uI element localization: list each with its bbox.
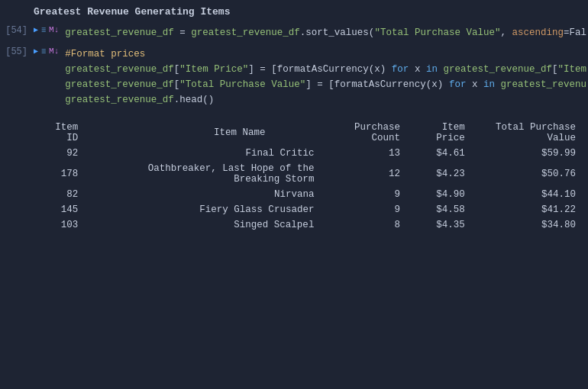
code-line-55-4: greatest_revenue_df.head() (65, 92, 586, 108)
output-area: Item ID Item Name Purchase Count Item Pr… (34, 117, 588, 236)
col-header-item-name: Item Name (108, 120, 326, 146)
cell-item-name: Final Critic (108, 146, 326, 161)
cell-55: [55] ▶ ≣ M↓ #Format prices greatest_reve… (0, 43, 588, 111)
list-icon-55: ≣ (41, 47, 46, 56)
table-row: 103Singed Scalpel8$4.35$34.80 (40, 217, 582, 233)
cell-item-price: $4.58 (412, 202, 477, 217)
cell-purchase-count: 9 (326, 187, 412, 202)
mu-icon-55: M↓ (49, 47, 59, 56)
results-table: Item ID Item Name Purchase Count Item Pr… (40, 120, 582, 233)
cell-number-54: [54] (0, 24, 34, 36)
cell-controls-54[interactable]: ▶ ≣ M↓ (34, 24, 59, 34)
cell-item-id: 145 (40, 202, 108, 217)
cell-item-price: $4.61 (412, 146, 477, 161)
notebook: Greatest Revenue Generating Items [54] ▶… (0, 0, 588, 389)
cell-item-name: Fiery Glass Crusader (108, 202, 326, 217)
run-button-55[interactable]: ▶ (34, 47, 38, 56)
cell-number-55: [55] (0, 45, 34, 57)
cell-purchase-count: 13 (326, 146, 412, 161)
cell-purchase-count: 9 (326, 202, 412, 217)
cell-item-id: 103 (40, 217, 108, 233)
cell-item-price: $4.90 (412, 187, 477, 202)
col-header-purchase-count: Purchase Count (326, 120, 412, 146)
code-line-55-3: greatest_revenue_df["Total Purchase Valu… (65, 77, 586, 92)
page-title: Greatest Revenue Generating Items (0, 0, 588, 22)
cell-54: [54] ▶ ≣ M↓ greatest_revenue_df = greate… (0, 22, 588, 43)
list-icon-54: ≣ (41, 25, 46, 34)
cell-purchase-count: 12 (326, 161, 412, 187)
cell-item-id: 82 (40, 187, 108, 202)
table-row: 178Oathbreaker, Last Hope of the Breakin… (40, 161, 582, 187)
table-container: Item ID Item Name Purchase Count Item Pr… (34, 117, 588, 236)
col-header-item-id: Item ID (40, 120, 108, 146)
code-line-55-2: greatest_revenue_df["Item Price"] = [for… (65, 62, 586, 77)
cell-total-purchase-value: $44.10 (477, 187, 582, 202)
cell-item-price: $4.23 (412, 161, 477, 187)
cell-total-purchase-value: $59.99 (477, 146, 582, 161)
cell-purchase-count: 8 (326, 217, 412, 233)
col-header-item-price: Item Price (412, 120, 477, 146)
cell-item-price: $4.35 (412, 217, 477, 233)
cell-item-name: Oathbreaker, Last Hope of the Breaking S… (108, 161, 326, 187)
cell-item-id: 178 (40, 161, 108, 187)
code-comment: #Format prices (65, 47, 586, 62)
cell-total-purchase-value: $50.76 (477, 161, 582, 187)
cell-item-name: Singed Scalpel (108, 217, 326, 233)
cell-total-purchase-value: $41.22 (477, 202, 582, 217)
cell-item-name: Nirvana (108, 187, 326, 202)
col-header-total-purchase-value: Total Purchase Value (477, 120, 582, 146)
table-row: 92Final Critic13$4.61$59.99 (40, 146, 582, 161)
table-row: 145Fiery Glass Crusader9$4.58$41.22 (40, 202, 582, 217)
mu-icon-54: M↓ (49, 25, 59, 34)
cell-item-id: 92 (40, 146, 108, 161)
table-row: 82Nirvana9$4.90$44.10 (40, 187, 582, 202)
cell-total-purchase-value: $34.80 (477, 217, 582, 233)
cell-content-54: greatest_revenue_df = greatest_revenue_d… (62, 24, 588, 42)
table-header-row: Item ID Item Name Purchase Count Item Pr… (40, 120, 582, 146)
code-line-54-1: greatest_revenue_df = greatest_revenue_d… (65, 25, 586, 40)
title-text: Greatest Revenue Generating Items (34, 6, 230, 18)
cell-controls-55[interactable]: ▶ ≣ M↓ (34, 45, 59, 56)
run-button-54[interactable]: ▶ (34, 25, 38, 34)
cell-content-55: #Format prices greatest_revenue_df["Item… (62, 45, 588, 109)
